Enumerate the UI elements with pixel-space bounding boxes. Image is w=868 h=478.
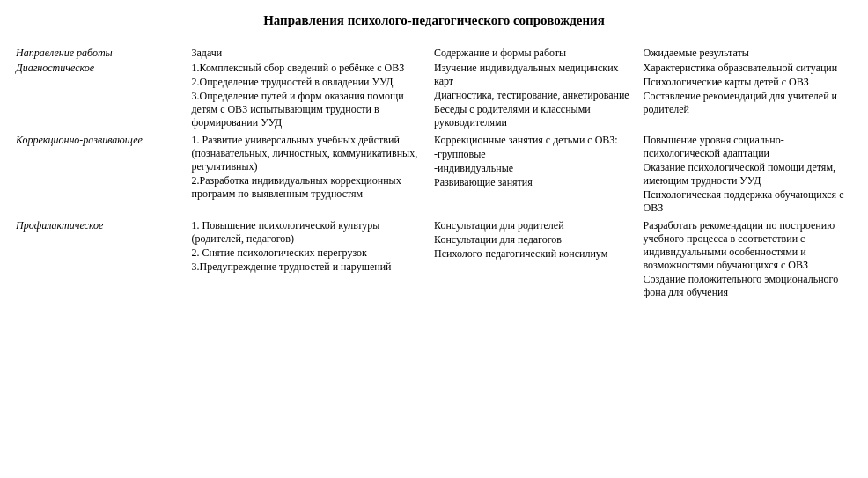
page-title: Направления психолого-педагогического со… [16,12,852,29]
item-list: 1.Комплексный сбор сведений о ребёнке с … [192,62,430,129]
tasks-cell: Задачи1.Комплексный сбор сведений о ребё… [192,45,435,132]
list-item: -групповые [434,148,638,161]
list-item: Консультации для педагогов [434,233,638,246]
list-item: Диагностика, тестирование, анкетирование [434,89,638,102]
direction-name-text: Коррекционно-развивающее [16,134,187,147]
list-item: Консультации для родителей [434,219,638,232]
column-header: Ожидаемые результаты [644,47,848,62]
direction-name-text: Профилактическое [16,219,187,232]
content-cell: Консультации для родителейКонсультации д… [434,217,644,302]
list-item: Повышение уровня социально-психологическ… [644,134,848,160]
list-item: Создание положительного эмоционального ф… [644,273,848,299]
item-list: 1. Развитие универсальных учебных действ… [192,134,430,201]
column-header: Содержание и формы работы [434,47,638,62]
results-cell: Повышение уровня социально-психологическ… [644,132,853,217]
table-row: Профилактическое1. Повышение психологиче… [16,217,852,302]
item-list: Изучение индивидуальных медицинских карт… [434,62,638,129]
list-item: 3.Предупреждение трудностей и нарушений [192,261,430,274]
list-item: 3.Определение путей и форм оказания помо… [192,90,430,129]
list-item: Разработать рекомендации по построению у… [644,219,848,272]
list-item: 2.Определение трудностей в овладении УУД [192,76,430,89]
direction-name: Коррекционно-развивающее [16,132,192,217]
item-list: Характеристика образовательной ситуацииП… [644,62,848,116]
list-item: Беседы с родителями и классными руководи… [434,103,638,129]
item-list: 1. Повышение психологической культуры (р… [192,219,430,274]
list-item: 1.Комплексный сбор сведений о ребёнке с … [192,62,430,75]
item-list: Коррекционные занятия с детьми с ОВЗ:-гр… [434,134,638,189]
list-item: Развивающие занятия [434,176,638,189]
item-list: Повышение уровня социально-психологическ… [644,134,848,215]
results-cell: Разработать рекомендации по построению у… [644,217,853,302]
list-item: -индивидуальные [434,162,638,175]
column-header-direction: Направление работы [16,47,187,62]
item-list: Консультации для родителейКонсультации д… [434,219,638,261]
results-cell: Ожидаемые результатыХарактеристика образ… [644,45,853,132]
column-header: Задачи [192,47,430,62]
tasks-cell: 1. Повышение психологической культуры (р… [192,217,435,302]
list-item: Характеристика образовательной ситуации [644,62,848,75]
table-row: Направление работыДиагностическоеЗадачи1… [16,45,852,132]
directions-table: Направление работыДиагностическоеЗадачи1… [16,45,852,302]
list-item: Оказание психологической помощи детям, и… [644,161,848,188]
direction-name: Направление работыДиагностическое [16,45,192,132]
content-cell: Содержание и формы работыИзучение индиви… [434,45,644,132]
list-item: Коррекционные занятия с детьми с ОВЗ: [434,134,638,147]
list-item: Психологические карты детей с ОВЗ [644,76,848,89]
direction-name-text: Диагностическое [16,62,187,75]
table-row: Коррекционно-развивающее1. Развитие унив… [16,132,852,217]
list-item: Психолого-педагогический консилиум [434,247,638,261]
item-list: Разработать рекомендации по построению у… [644,219,848,299]
list-item: Изучение индивидуальных медицинских карт [434,62,638,88]
direction-name: Профилактическое [16,217,192,302]
list-item: 1. Развитие универсальных учебных действ… [192,134,430,173]
list-item: 2.Разработка индивидуальных коррекционны… [192,174,430,201]
tasks-cell: 1. Развитие универсальных учебных действ… [192,132,435,217]
content-cell: Коррекционные занятия с детьми с ОВЗ:-гр… [434,132,644,217]
list-item: 2. Снятие психологических перегрузок [192,246,430,260]
list-item: 1. Повышение психологической культуры (р… [192,219,430,246]
list-item: Психологическая поддержка обучающихся с … [644,188,848,215]
list-item: Составление рекомендаций для учителей и … [644,90,848,116]
